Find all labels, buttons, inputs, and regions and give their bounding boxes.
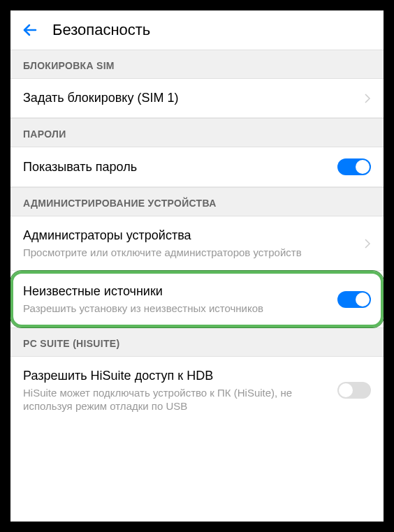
unknown-sources-toggle[interactable] [337,291,371,308]
hisuite-hdb-title: Разрешить HiSuite доступ к HDB [23,368,332,384]
sim-lock-row[interactable]: Задать блокировку (SIM 1) [10,79,384,118]
toggle-knob [356,293,370,306]
hisuite-hdb-subtitle: HiSuite может подключать устройство к ПК… [23,386,332,413]
unknown-sources-row[interactable]: Неизвестные источники Разрешить установк… [10,271,384,327]
device-admins-subtitle: Просмотрите или отключите администраторо… [23,246,358,260]
chevron-right-icon [364,93,371,104]
device-admins-row[interactable]: Администраторы устройства Просмотрите ил… [10,216,384,271]
section-header-pc-suite: PC SUITE (HISUITE) [10,327,384,357]
page-title: Безопасность [52,21,150,39]
unknown-sources-subtitle: Разрешить установку из неизвестных источ… [23,302,332,316]
device-admins-title: Администраторы устройства [23,228,358,244]
show-password-row[interactable]: Показывать пароль [10,147,384,187]
hisuite-hdb-toggle[interactable] [337,382,371,399]
chevron-right-icon [364,238,371,249]
section-header-sim: БЛОКИРОВКА SIM [10,50,384,79]
toggle-knob [356,160,370,174]
section-header-passwords: ПАРОЛИ [10,118,384,147]
show-password-title: Показывать пароль [23,159,332,175]
back-button[interactable] [22,22,38,38]
sim-lock-title: Задать блокировку (SIM 1) [23,90,358,106]
header-bar: Безопасность [10,10,384,50]
toggle-knob [339,383,353,397]
settings-screen: Безопасность БЛОКИРОВКА SIM Задать блоки… [10,10,384,522]
hisuite-hdb-row[interactable]: Разрешить HiSuite доступ к HDB HiSuite м… [10,357,384,424]
section-header-device-admin: АДМИНИСТРИРОВАНИЕ УСТРОЙСТВА [10,187,384,216]
unknown-sources-title: Неизвестные источники [23,283,332,300]
show-password-toggle[interactable] [337,158,371,175]
